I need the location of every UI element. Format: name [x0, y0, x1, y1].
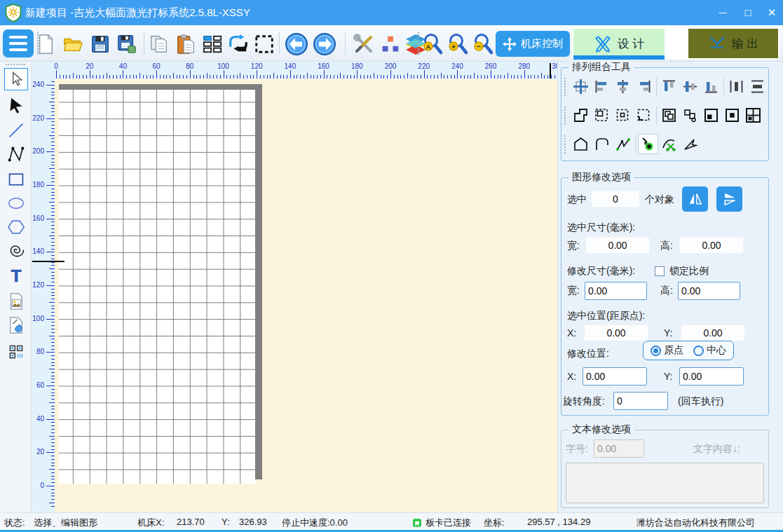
modify-y-input[interactable] — [679, 367, 744, 386]
machine-control-button[interactable]: 机床控制 — [496, 31, 570, 57]
align-center-both-button[interactable] — [571, 76, 591, 97]
polygon-tool[interactable] — [4, 216, 28, 238]
align-blocks-button[interactable] — [377, 31, 404, 57]
modify-height-input[interactable] — [678, 282, 740, 300]
align-middle-v-button[interactable] — [680, 76, 700, 97]
rotate-label: 旋转角度: — [563, 395, 605, 408]
settings-tools-button[interactable] — [350, 31, 377, 57]
ruler-tick — [51, 425, 55, 426]
ruler-tick — [173, 73, 174, 79]
group-button[interactable] — [592, 105, 612, 125]
new-file-button[interactable] — [32, 31, 59, 57]
align-tools-row — [564, 76, 768, 97]
ruler-tick — [51, 282, 55, 282]
select-node-button[interactable] — [638, 134, 658, 154]
ruler-tick — [49, 369, 55, 369]
open-file-button[interactable] — [60, 31, 86, 57]
spiral-tool[interactable] — [4, 240, 28, 262]
close-path-button[interactable] — [571, 134, 591, 154]
minimize-button[interactable]: ─ — [712, 0, 733, 25]
direct-select-tool[interactable] — [4, 94, 28, 116]
distribute-h-button[interactable] — [726, 76, 747, 97]
regroup-button[interactable] — [634, 105, 654, 125]
ruler-tick — [421, 75, 421, 79]
maximize-button[interactable]: □ — [737, 0, 758, 25]
array-copy-tool[interactable] — [4, 341, 28, 363]
ruler-tick — [46, 118, 55, 119]
menu-button[interactable] — [3, 29, 34, 57]
ruler-tick — [51, 406, 55, 407]
ruler-tick — [207, 73, 207, 79]
mirror-horizontal-button[interactable] — [682, 186, 708, 212]
distribute-v-button[interactable] — [747, 76, 768, 97]
weld-union-button[interactable] — [571, 105, 591, 125]
rectangle-tool[interactable] — [4, 168, 28, 191]
break-apart-button[interactable] — [680, 105, 700, 125]
put-center-button[interactable] — [722, 105, 742, 125]
radio-center[interactable]: 中心 — [693, 344, 726, 357]
align-left-button[interactable] — [592, 76, 612, 97]
put-bottom-left-button[interactable] — [701, 105, 721, 125]
ruler-tick — [126, 75, 127, 79]
ruler-tick — [203, 75, 204, 79]
paste-button[interactable] — [172, 31, 199, 57]
ruler-tick — [51, 465, 55, 466]
undo-button[interactable] — [283, 31, 310, 57]
transform-swap-button[interactable] — [225, 31, 252, 57]
grid-place-button[interactable] — [743, 105, 763, 125]
modify-width-input[interactable] — [585, 282, 647, 300]
align-top-button[interactable] — [659, 76, 679, 97]
y-label: Y: — [664, 371, 672, 382]
zoom-in-button[interactable]: + — [444, 31, 471, 57]
tab-output[interactable]: 输 出 — [688, 29, 778, 58]
line-tool[interactable] — [4, 119, 28, 142]
select-tool[interactable] — [4, 68, 28, 90]
radio-origin[interactable]: 原点 — [651, 344, 683, 357]
ruler-label: 60 — [153, 62, 161, 70]
ruler-tick — [337, 75, 338, 79]
ruler-tick — [364, 75, 365, 79]
modify-x-input[interactable] — [583, 367, 647, 386]
copy-button[interactable] — [146, 31, 172, 57]
ruler-tick — [51, 412, 55, 413]
ungroup-button[interactable] — [613, 105, 633, 125]
ruler-tick — [233, 75, 234, 79]
workarea-grid[interactable] — [59, 90, 255, 484]
mirror-vertical-button[interactable] — [716, 186, 742, 212]
align-center-h-button[interactable] — [613, 76, 633, 97]
combine-button[interactable] — [659, 105, 679, 125]
ruler-tick — [51, 422, 55, 423]
zoom-out-button[interactable]: − — [470, 31, 496, 57]
cursor-y-marker — [32, 261, 64, 262]
align-bottom-button[interactable] — [701, 76, 721, 97]
align-right-button[interactable] — [634, 76, 654, 97]
polyline-tool[interactable] — [4, 143, 28, 165]
image-tool[interactable] — [4, 290, 28, 313]
rotate-angle-input[interactable] — [613, 392, 668, 410]
save-as-button[interactable] — [114, 31, 140, 57]
close-button[interactable]: ✕ — [761, 0, 782, 25]
ruler-tick — [51, 429, 55, 430]
text-tool[interactable]: T — [4, 265, 28, 287]
redo-button[interactable] — [311, 31, 338, 57]
array-button[interactable] — [199, 31, 226, 57]
save-button[interactable] — [87, 31, 114, 57]
ruler-tick — [273, 73, 274, 79]
selected-width-field: 0.00 — [585, 237, 650, 254]
ruler-tick — [51, 182, 55, 182]
open-path-button[interactable] — [592, 134, 612, 154]
ruler-tick — [51, 355, 55, 356]
zoom-all-button[interactable]: A — [419, 31, 446, 57]
pick-arrow-button[interactable] — [680, 134, 700, 154]
vector-fill-tool[interactable] — [4, 314, 28, 336]
ruler-tick — [51, 339, 55, 339]
selected-size-label: 选中尺寸(毫米): — [567, 221, 635, 234]
ruler-tick — [51, 272, 55, 273]
lock-ratio-checkbox[interactable] — [655, 266, 665, 276]
ruler-tick — [46, 151, 55, 152]
ellipse-tool[interactable] — [4, 192, 28, 214]
cut-curve-button[interactable] — [659, 134, 679, 154]
select-marquee-button[interactable] — [251, 31, 278, 57]
edit-nodes-button[interactable] — [613, 134, 633, 154]
tab-design[interactable]: 设 计 — [573, 29, 665, 58]
